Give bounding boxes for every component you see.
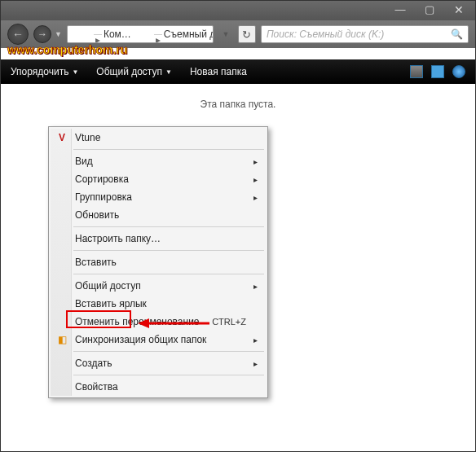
menu-label: Настроить папку… [75, 233, 161, 244]
search-input[interactable]: Поиск: Съемный диск (K:) 🔍 [261, 25, 469, 43]
context-menu: V Vtune Вид ▸ Сортировка ▸ Группировка ▸… [48, 126, 268, 398]
menu-label: Вставить [75, 257, 117, 268]
submenu-arrow-icon: ▸ [253, 282, 258, 291]
search-placeholder: Поиск: Съемный диск (K:) [267, 29, 384, 40]
back-button[interactable]: ← [7, 24, 29, 45]
menu-item-properties[interactable]: Свойства [51, 378, 266, 396]
breadcrumb[interactable]: ▸ Ком… ▸ Съемный д… [67, 25, 214, 43]
maximize-button[interactable]: ▢ [418, 4, 441, 17]
menu-label: Вид [75, 156, 93, 167]
menu-label: Синхронизация общих папок [75, 334, 206, 345]
menu-label: Общий доступ [75, 280, 141, 292]
breadcrumb-sep-icon: ▸ [154, 34, 162, 35]
menu-item-paste[interactable]: Вставить [51, 253, 266, 271]
vtune-icon: V [55, 131, 68, 144]
preview-pane-button[interactable] [431, 65, 444, 78]
menu-label: Создать [75, 358, 112, 369]
watermark-text: www.computerhom.ru [7, 43, 127, 56]
menu-separator [73, 226, 264, 227]
submenu-arrow-icon: ▸ [253, 175, 258, 184]
breadcrumb-sep-icon: ▸ [94, 34, 102, 35]
new-folder-label: Новая папка [190, 66, 247, 77]
menu-label: Вставить ярлык [75, 298, 147, 309]
menu-label: Группировка [75, 191, 132, 203]
submenu-arrow-icon: ▸ [253, 359, 258, 368]
submenu-arrow-icon: ▸ [253, 193, 258, 202]
menu-label: Обновить [75, 209, 119, 221]
menu-separator [73, 149, 264, 150]
annotation-highlight-box [66, 310, 131, 328]
menu-separator [73, 375, 264, 375]
search-icon: 🔍 [451, 29, 463, 40]
title-bar: — ▢ ✕ [1, 1, 475, 20]
chevron-down-icon: ▼ [165, 68, 172, 76]
explorer-window: — ▢ ✕ ← → ▼ ▸ Ком… ▸ Съемный д… ▼ ↻ Поис… [0, 0, 476, 452]
menu-separator [73, 351, 264, 352]
share-label: Общий доступ [96, 66, 162, 77]
close-button[interactable]: ✕ [447, 4, 470, 17]
menu-separator [73, 250, 264, 251]
views-button[interactable] [410, 65, 423, 78]
submenu-arrow-icon: ▸ [253, 157, 258, 166]
menu-shortcut: CTRL+Z [212, 317, 246, 327]
menu-item-share[interactable]: Общий доступ ▸ [51, 277, 266, 295]
breadcrumb-seg-computer[interactable]: Ком… [104, 29, 131, 40]
menu-label: Vtune [75, 132, 100, 143]
menu-item-group[interactable]: Группировка ▸ [51, 188, 266, 206]
refresh-button[interactable]: ↻ [238, 25, 256, 43]
menu-label: Сортировка [75, 173, 129, 185]
menu-item-vtune[interactable]: V Vtune [51, 129, 266, 147]
command-toolbar: Упорядочить ▼ Общий доступ ▼ Новая папка [1, 59, 475, 84]
menu-item-sort[interactable]: Сортировка ▸ [51, 170, 266, 188]
sync-icon: ◧ [55, 333, 68, 346]
menu-item-customize-folder[interactable]: Настроить папку… [51, 230, 266, 248]
nav-history-dropdown[interactable]: ▼ [55, 30, 62, 38]
organize-label: Упорядочить [11, 66, 68, 77]
submenu-arrow-icon: ▸ [253, 336, 258, 344]
organize-menu[interactable]: Упорядочить ▼ [11, 66, 78, 77]
new-folder-button[interactable]: Новая папка [190, 66, 247, 77]
folder-content-area[interactable]: Эта папка пуста. V Vtune Вид ▸ Сортировк… [1, 84, 475, 451]
chevron-down-icon: ▼ [72, 68, 78, 76]
menu-separator [73, 274, 264, 274]
menu-label: Свойства [75, 381, 118, 393]
svg-marker-1 [138, 318, 149, 328]
empty-folder-text: Эта папка пуста. [1, 84, 475, 110]
menu-item-sync-shared[interactable]: ◧ Синхронизация общих папок ▸ [51, 331, 266, 349]
forward-button[interactable]: → [33, 25, 51, 43]
share-menu[interactable]: Общий доступ ▼ [96, 66, 172, 77]
help-button[interactable] [452, 65, 465, 78]
menu-item-refresh[interactable]: Обновить [51, 206, 266, 224]
menu-item-create[interactable]: Создать ▸ [51, 354, 266, 372]
menu-item-view[interactable]: Вид ▸ [51, 152, 266, 170]
annotation-arrow-icon [138, 317, 211, 330]
breadcrumb-dropdown[interactable]: ▼ [218, 30, 233, 38]
breadcrumb-seg-drive[interactable]: Съемный д… [164, 29, 214, 40]
minimize-button[interactable]: — [389, 4, 412, 17]
